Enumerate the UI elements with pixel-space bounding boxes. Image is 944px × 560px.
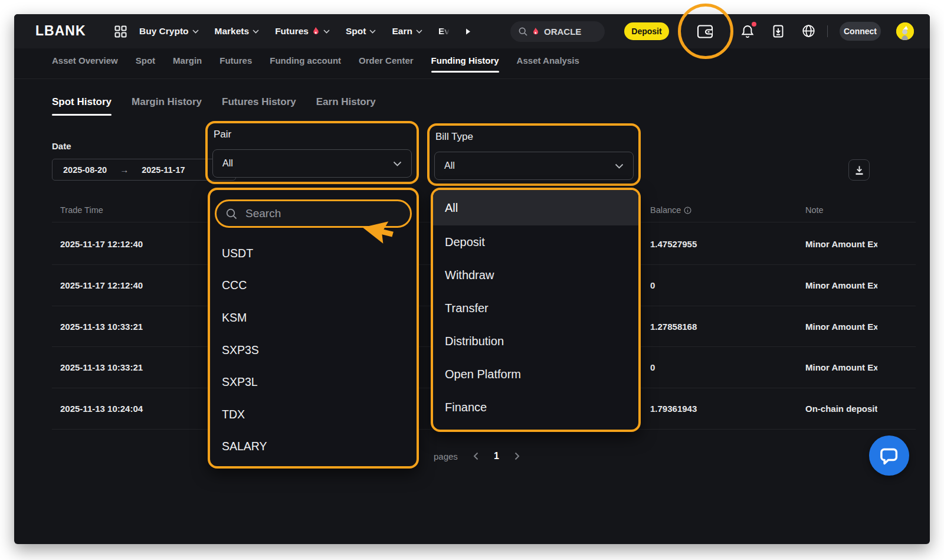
pair-option[interactable]: SALARY bbox=[210, 431, 417, 463]
wallet-icon[interactable] bbox=[696, 22, 714, 40]
chevron-down-icon bbox=[253, 30, 259, 34]
pair-option[interactable]: TDX bbox=[210, 398, 417, 431]
global-search[interactable]: ORACLE bbox=[510, 21, 605, 42]
nav-futures[interactable]: Futures bbox=[275, 26, 330, 37]
bill-type-filter-highlight: Bill Type All bbox=[427, 123, 641, 186]
chat-bubble-icon bbox=[879, 445, 900, 466]
search-icon bbox=[226, 208, 237, 220]
lbank-logo[interactable]: LBANK bbox=[35, 23, 86, 39]
current-page[interactable]: 1 bbox=[494, 451, 499, 461]
cell-trade-time: 2025-11-13 10:24:04 bbox=[60, 404, 143, 414]
bill-type-option[interactable]: Withdraw bbox=[433, 258, 638, 292]
chevron-down-icon bbox=[393, 161, 402, 166]
bill-type-option[interactable]: Distribution bbox=[433, 325, 638, 358]
bill-type-option[interactable]: Open Platform bbox=[433, 358, 638, 391]
cell-trade-time: 2025-11-13 10:33:21 bbox=[60, 322, 143, 332]
cell-balance: 1.27858168 bbox=[650, 322, 697, 332]
accnav-funding-account[interactable]: Funding account bbox=[270, 55, 341, 73]
bill-type-option[interactable]: Finance bbox=[433, 391, 638, 424]
cell-note: Minor Amount Exc bbox=[805, 239, 877, 249]
accnav-asset-analysis[interactable]: Asset Analysis bbox=[517, 55, 579, 73]
chevron-down-icon bbox=[323, 30, 330, 34]
pair-select-value: All bbox=[222, 158, 233, 169]
pair-option[interactable]: CCC bbox=[210, 270, 417, 302]
col-header-balance: Balance bbox=[650, 205, 691, 215]
date-filter-label: Date bbox=[52, 141, 71, 151]
nav-earn[interactable]: Earn bbox=[392, 26, 422, 37]
tab-earn-history[interactable]: Earn History bbox=[316, 96, 376, 116]
bill-type-filter-label: Bill Type bbox=[435, 131, 473, 143]
chevron-down-icon bbox=[192, 30, 199, 34]
notification-dot bbox=[752, 22, 756, 27]
support-chat-button[interactable] bbox=[869, 435, 909, 476]
nav-buy-crypto[interactable]: Buy Crypto bbox=[139, 26, 199, 37]
chevron-down-icon bbox=[416, 30, 422, 34]
info-icon[interactable] bbox=[684, 207, 691, 214]
bill-type-option[interactable]: Deposit bbox=[433, 225, 638, 258]
next-page-icon[interactable] bbox=[514, 452, 520, 460]
pair-option-list: USDT CCC KSM SXP3S SXP3L TDX SALARY bbox=[210, 237, 417, 463]
cell-trade-time: 2025-11-17 12:12:40 bbox=[60, 239, 143, 249]
pair-search-highlight bbox=[215, 199, 412, 228]
apps-grid-icon[interactable] bbox=[114, 25, 127, 40]
app-download-icon[interactable] bbox=[771, 24, 785, 39]
pair-search-input[interactable] bbox=[244, 207, 401, 221]
accnav-order-center[interactable]: Order Center bbox=[359, 55, 414, 73]
divider bbox=[827, 25, 828, 37]
pair-option[interactable]: KSM bbox=[210, 302, 417, 334]
accnav-spot[interactable]: Spot bbox=[136, 55, 155, 73]
prev-page-icon[interactable] bbox=[473, 452, 478, 460]
bill-type-dropdown-panel: All Deposit Withdraw Transfer Distributi… bbox=[431, 188, 641, 432]
divider bbox=[14, 78, 930, 79]
date-from-value[interactable]: 2025-08-20 bbox=[63, 165, 107, 175]
nav-label: Spot bbox=[346, 26, 366, 37]
date-to-value[interactable]: 2025-11-17 bbox=[142, 165, 185, 175]
nav-overflow-arrow-icon[interactable] bbox=[466, 28, 471, 35]
search-hot-term: ORACLE bbox=[544, 27, 581, 37]
app-window: LBANK Buy Crypto Markets Futures bbox=[14, 14, 930, 544]
nav-markets[interactable]: Markets bbox=[215, 26, 260, 37]
cell-trade-time: 2025-11-17 12:12:40 bbox=[60, 280, 143, 290]
cell-note: Minor Amount Exc bbox=[805, 362, 877, 372]
deposit-button[interactable]: Deposit bbox=[624, 22, 669, 40]
search-icon bbox=[519, 27, 527, 36]
pair-select[interactable]: All bbox=[212, 149, 412, 178]
bill-type-option[interactable]: Transfer bbox=[433, 292, 638, 325]
notifications-bell-icon[interactable] bbox=[740, 24, 755, 39]
user-avatar[interactable] bbox=[896, 22, 914, 40]
tab-futures-history[interactable]: Futures History bbox=[222, 96, 296, 116]
cell-note: Minor Amount Exc bbox=[805, 322, 877, 332]
accnav-asset-overview[interactable]: Asset Overview bbox=[52, 55, 118, 73]
download-icon bbox=[854, 165, 865, 176]
bill-type-select[interactable]: All bbox=[434, 152, 634, 180]
pair-option[interactable]: SXP3L bbox=[210, 366, 417, 398]
cell-balance: 0 bbox=[650, 280, 655, 290]
language-globe-icon[interactable] bbox=[801, 24, 816, 38]
top-nav: LBANK Buy Crypto Markets Futures bbox=[14, 14, 930, 48]
tab-margin-history[interactable]: Margin History bbox=[132, 96, 202, 116]
export-download-button[interactable] bbox=[848, 159, 870, 181]
cell-balance: 0 bbox=[650, 362, 655, 372]
accnav-margin[interactable]: Margin bbox=[173, 55, 202, 73]
active-nav-underline bbox=[431, 71, 499, 73]
cell-note: On-chain deposit bbox=[805, 404, 877, 414]
chevron-down-icon bbox=[369, 30, 376, 34]
nav-label: Buy Crypto bbox=[139, 26, 189, 37]
pair-option[interactable]: USDT bbox=[210, 237, 417, 270]
nav-spot[interactable]: Spot bbox=[346, 26, 376, 37]
cell-note: Minor Amount Exc bbox=[805, 280, 877, 290]
pair-option[interactable]: SXP3S bbox=[210, 334, 417, 366]
accnav-futures[interactable]: Futures bbox=[219, 55, 252, 73]
nav-events-truncated[interactable]: Ev bbox=[438, 26, 450, 37]
accnav-funding-history[interactable]: Funding History bbox=[431, 55, 499, 80]
tab-spot-history[interactable]: Spot History bbox=[52, 96, 112, 116]
nav-label: Markets bbox=[215, 26, 250, 37]
cell-balance: 1.79361943 bbox=[650, 404, 697, 414]
bill-type-option-selected[interactable]: All bbox=[433, 190, 638, 225]
pagination: pages 1 bbox=[434, 451, 520, 461]
screenshot-canvas: LBANK Buy Crypto Markets Futures bbox=[0, 0, 944, 560]
pair-filter-label: Pair bbox=[214, 129, 231, 140]
connect-wallet-button[interactable]: Connect bbox=[840, 22, 881, 41]
nav-label: Ev bbox=[438, 26, 450, 37]
col-header-trade-time: Trade Time bbox=[60, 205, 103, 215]
